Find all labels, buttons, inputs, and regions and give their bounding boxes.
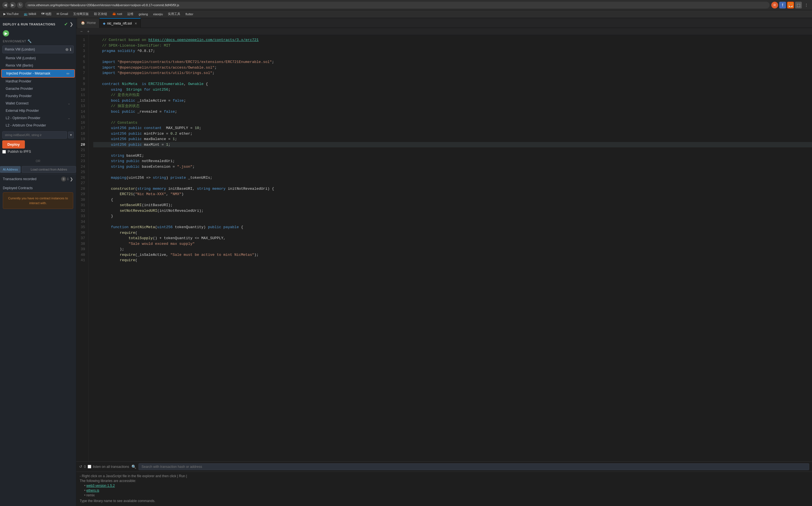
search-icon-button[interactable]: 🔍: [131, 465, 136, 469]
deploy-section: ▾ Deploy Publish to IPFS: [0, 129, 76, 157]
code-line-3: pragma solidity ^0.8.17;: [93, 48, 812, 54]
forward-button[interactable]: ▶: [10, 2, 16, 8]
tx-count-badge: 0: [61, 176, 66, 182]
env-dropdown-left: Remix VM (London): [5, 48, 35, 52]
tx-expand-icon[interactable]: ❯: [70, 177, 73, 181]
code-container[interactable]: 1 2 3 4 5 6 7 8 9 10 11 12 13 14 15 16 1…: [76, 35, 812, 461]
load-contract-button[interactable]: Load contract from Addres: [22, 166, 76, 173]
code-line-14: bool public _revealed = false;: [93, 109, 812, 115]
deploy-button[interactable]: Deploy: [2, 140, 25, 149]
home-tab-icon: 🏠: [81, 21, 85, 25]
zoom-out-button[interactable]: −: [79, 28, 84, 34]
provider-foundry[interactable]: Foundry Provider: [1, 92, 75, 100]
deploy-input[interactable]: [2, 131, 67, 139]
address-bar[interactable]: remix.ethereum.org/#optimize=false&runs=…: [25, 2, 769, 8]
code-line-36: require(: [93, 230, 812, 236]
lib2-link[interactable]: ethers.js: [86, 489, 99, 493]
search-tx-input[interactable]: [138, 463, 809, 470]
tab-home[interactable]: 🏠 Home: [77, 18, 99, 28]
at-address-row: At Address Load contract from Addres: [0, 166, 76, 173]
deployed-contracts-notice: Currently you have no contract instances…: [3, 192, 73, 209]
bookmark-ops[interactable]: 运维: [126, 11, 135, 17]
tx-count-display: 0: [84, 465, 86, 469]
tx-info-icon[interactable]: ℹ: [67, 177, 69, 181]
bookmark-xiaoqiu[interactable]: xiaoqiu: [152, 12, 164, 16]
extension-icon-2[interactable]: f: [779, 2, 786, 8]
env-info-icon[interactable]: ℹ: [70, 47, 71, 52]
or-divider: OR: [0, 159, 76, 163]
provider-wallet-connect[interactable]: Wallet Connect ⌄: [1, 100, 75, 107]
extension-metamask[interactable]: 🦊: [787, 2, 794, 8]
provider-remix-london[interactable]: Remix VM (London): [1, 55, 75, 62]
code-line-37: totalSupply() + tokenQuantity <= MAX_SUP…: [93, 236, 812, 241]
code-line-29: ERC721("Nic Meta-XXX", "NMX"): [93, 191, 812, 197]
extension-icon-1[interactable]: R: [771, 2, 778, 8]
editor-tabs: 🏠 Home ◆ nic_meta_nft.sol ×: [76, 18, 812, 28]
code-line-39: );: [93, 247, 812, 252]
code-line-21: [93, 147, 812, 153]
at-address-button[interactable]: At Address: [0, 166, 21, 173]
environment-dropdown[interactable]: Remix VM (London) ⊕ ℹ: [2, 46, 74, 53]
code-line-19: uint256 public maxBalance = 1;: [93, 137, 812, 142]
url-text: remix.ethereum.org/#optimize=false&runs=…: [28, 3, 179, 7]
code-line-1: // Contract based on https://docs.openze…: [93, 37, 812, 43]
zoom-in-button[interactable]: +: [86, 28, 90, 34]
back-button[interactable]: ◀: [2, 2, 8, 8]
lib1-link[interactable]: web3 version 1.5.2: [86, 484, 115, 488]
bottom-bar-left: ↺ 0 listen on all transactions: [79, 465, 129, 469]
provider-l2-optimism[interactable]: L2 - Optimism Provider ⌄: [1, 114, 75, 122]
bookmark-transfer[interactable]: 互传网页版: [72, 11, 90, 17]
console-right-click-hint: - Right click on a JavaScript file in th…: [80, 474, 809, 478]
bookmark-flutter[interactable]: flutter: [184, 12, 194, 16]
bottom-refresh-icon[interactable]: ↺: [79, 465, 82, 469]
code-line-8: [93, 76, 812, 82]
code-line-30: {: [93, 197, 812, 203]
console-lib1: • web3 version 1.5.2: [80, 484, 809, 488]
bookmark-gmail[interactable]: ✉ Gmail: [55, 12, 69, 16]
bottom-bar: ↺ 0 listen on all transactions 🔍: [76, 461, 812, 472]
extension-icon-5[interactable]: ⋮: [803, 2, 810, 8]
code-line-25: [93, 169, 812, 175]
provider-injected-metamask[interactable]: Injected Provider - Metamask ✏: [1, 69, 75, 78]
extension-icon-4[interactable]: ⬚: [795, 2, 802, 8]
bookmark-youtube[interactable]: ▶ YouTube: [2, 12, 20, 16]
publish-ipfs-checkbox[interactable]: [2, 150, 6, 154]
publish-ipfs-label: Publish to IPFS: [8, 150, 31, 154]
code-line-27: [93, 180, 812, 186]
bookmark-tools[interactable]: 实用工具: [167, 11, 182, 17]
console-area: - Right click on a JavaScript file in th…: [76, 472, 812, 506]
deployed-contracts-title: Deployed Contracts: [3, 186, 73, 190]
env-settings-icon[interactable]: ⊕: [65, 47, 69, 52]
bookmark-golang[interactable]: golang: [137, 12, 149, 16]
edit-icon[interactable]: ✏: [66, 71, 70, 76]
refresh-button[interactable]: ↻: [17, 2, 23, 8]
transactions-section: Transactions recorded 0 ℹ ❯: [0, 174, 76, 184]
provider-l2-arbitrum[interactable]: L2 - Arbitrum One Provider: [1, 122, 75, 129]
bookmark-map[interactable]: 🗺 地图: [40, 11, 53, 17]
home-tab-label: Home: [87, 21, 96, 25]
env-icons: ⊕ ℹ: [65, 47, 71, 52]
bookmark-bilibili[interactable]: 📺 bilibili: [22, 12, 37, 16]
check-icon[interactable]: ✔: [64, 21, 68, 27]
listen-checkbox[interactable]: [88, 465, 91, 469]
code-line-5: import "@openzeppelin/contracts/token/ER…: [93, 59, 812, 65]
code-line-17: uint256 public constant MAX_SUPPLY = 10;: [93, 125, 812, 131]
tab-nic-meta-nft[interactable]: ◆ nic_meta_nft.sol ×: [99, 18, 141, 28]
provider-external-http[interactable]: External Http Provider: [1, 107, 75, 114]
nav-buttons[interactable]: ◀ ▶ ↻: [2, 2, 23, 8]
run-button[interactable]: ▶: [3, 30, 9, 36]
console-lib3: • remix: [80, 493, 809, 497]
bookmark-blockchain[interactable]: ⛓ 区块链: [93, 11, 108, 17]
line-numbers: 1 2 3 4 5 6 7 8 9 10 11 12 13 14 15 16 1…: [76, 35, 89, 461]
deploy-dropdown-arrow[interactable]: ▾: [68, 132, 74, 138]
code-line-6: import "@openzeppelin/contracts/access/O…: [93, 65, 812, 71]
tab-close-icon[interactable]: ×: [135, 21, 137, 26]
provider-hardhat[interactable]: Hardhat Provider: [1, 78, 75, 85]
run-row: ▶: [0, 29, 76, 37]
chevron-right-icon[interactable]: ❯: [70, 21, 73, 27]
sidebar: DEPLOY & RUN TRANSACTIONS ✔ ❯ ▶ ENVIRONM…: [0, 18, 76, 506]
provider-remix-berlin[interactable]: Remix VM (Berlin): [1, 62, 75, 69]
code-line-31: setBaseURI(initBaseURI);: [93, 202, 812, 208]
provider-ganache[interactable]: Ganache Provider: [1, 85, 75, 92]
bookmark-rust[interactable]: 🦀 rust: [111, 12, 123, 16]
